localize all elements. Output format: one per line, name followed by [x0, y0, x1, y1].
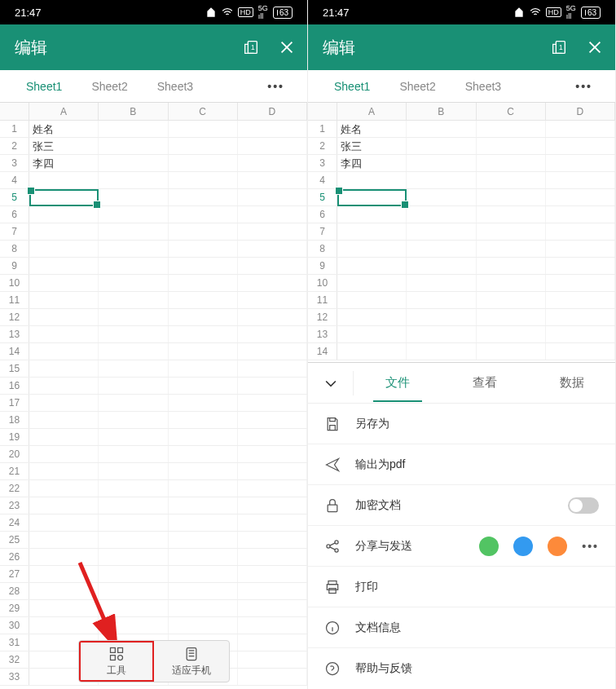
row-header[interactable]: 30 [0, 617, 29, 634]
cell[interactable] [169, 326, 238, 342]
cell[interactable] [337, 258, 407, 274]
cell[interactable] [99, 155, 168, 171]
cell[interactable] [337, 206, 407, 223]
col-c[interactable]: C [169, 103, 238, 120]
row-header[interactable]: 12 [0, 309, 29, 325]
row-header[interactable]: 26 [0, 549, 29, 565]
row[interactable]: 2张三 [0, 138, 307, 155]
tab-sheet2-r[interactable]: Sheet2 [385, 70, 450, 103]
row[interactable]: 4 [308, 172, 615, 189]
row[interactable]: 5 [308, 189, 615, 206]
cell[interactable] [238, 497, 307, 514]
tab-more[interactable]: ••• [253, 70, 299, 103]
cell[interactable] [99, 395, 168, 411]
cell[interactable] [169, 429, 238, 445]
cell[interactable] [407, 206, 476, 223]
cell[interactable] [29, 446, 99, 462]
row-header[interactable]: 5 [0, 189, 29, 205]
cell[interactable] [337, 326, 407, 342]
row[interactable]: 13 [308, 326, 615, 343]
encrypt-toggle[interactable] [568, 497, 599, 514]
cell[interactable] [29, 412, 99, 428]
cell[interactable] [99, 600, 168, 616]
row-header[interactable]: 8 [308, 241, 337, 257]
row[interactable]: 2张三 [308, 138, 615, 155]
cell[interactable] [169, 446, 238, 462]
row[interactable]: 25 [0, 532, 307, 549]
cell[interactable] [29, 223, 99, 240]
row[interactable]: 29 [0, 600, 307, 617]
cell[interactable] [238, 206, 307, 223]
cell[interactable]: 姓名 [29, 121, 99, 137]
cell[interactable] [99, 429, 168, 445]
cell[interactable] [169, 189, 238, 205]
cell[interactable] [29, 429, 99, 445]
cell[interactable] [99, 275, 168, 291]
cell[interactable] [169, 583, 238, 599]
cell[interactable] [546, 343, 615, 360]
cell[interactable] [238, 189, 307, 205]
cell[interactable] [29, 326, 99, 342]
cell[interactable] [238, 566, 307, 582]
row[interactable]: 17 [0, 395, 307, 412]
row-header[interactable]: 11 [308, 292, 337, 308]
cell[interactable] [238, 412, 307, 428]
row[interactable]: 10 [0, 275, 307, 292]
cell[interactable] [29, 206, 99, 223]
cell[interactable] [29, 515, 99, 531]
row[interactable]: 1姓名 [0, 121, 307, 138]
row-header[interactable]: 27 [0, 566, 29, 582]
cell[interactable] [238, 463, 307, 479]
cell[interactable] [169, 138, 238, 154]
row-header[interactable]: 25 [0, 532, 29, 548]
cell[interactable] [99, 206, 168, 223]
cell[interactable] [238, 429, 307, 445]
cell[interactable] [99, 121, 168, 137]
cell[interactable] [169, 275, 238, 291]
cell[interactable] [99, 549, 168, 565]
cell[interactable] [407, 155, 476, 171]
row[interactable]: 1姓名 [308, 121, 615, 138]
cell[interactable] [238, 121, 307, 137]
cell[interactable] [169, 343, 238, 360]
row-header[interactable]: 20 [0, 446, 29, 462]
row-header[interactable]: 10 [308, 275, 337, 291]
cell[interactable] [546, 121, 615, 137]
col-a[interactable]: A [29, 103, 99, 120]
cell[interactable] [29, 275, 99, 291]
row[interactable]: 6 [0, 206, 307, 223]
cell[interactable] [169, 463, 238, 479]
cell[interactable] [99, 138, 168, 154]
menu-docinfo[interactable]: 文档信息 [308, 607, 615, 648]
cell[interactable] [29, 189, 99, 205]
cell[interactable] [238, 275, 307, 291]
cell[interactable] [99, 223, 168, 240]
cell[interactable] [546, 172, 615, 188]
cell[interactable] [169, 378, 238, 394]
row-header[interactable]: 11 [0, 292, 29, 308]
tab-sheet2[interactable]: Sheet2 [77, 70, 142, 103]
row[interactable]: 15 [0, 360, 307, 378]
cell[interactable] [407, 121, 476, 137]
cell[interactable] [29, 600, 99, 616]
cell[interactable] [169, 549, 238, 565]
cell[interactable] [29, 258, 99, 274]
col-d-r[interactable]: D [546, 103, 615, 120]
row-header[interactable]: 1 [308, 121, 337, 137]
cell[interactable] [169, 566, 238, 582]
cell[interactable] [477, 189, 546, 205]
row-header[interactable]: 9 [0, 258, 29, 274]
row-header[interactable]: 3 [0, 155, 29, 171]
cell[interactable] [99, 497, 168, 514]
row[interactable]: 18 [0, 412, 307, 429]
cell[interactable] [29, 463, 99, 479]
row-header[interactable]: 29 [0, 600, 29, 616]
cell[interactable] [337, 343, 407, 360]
cell[interactable] [477, 121, 546, 137]
cell[interactable] [29, 480, 99, 497]
cell[interactable] [169, 241, 238, 257]
cell[interactable] [407, 189, 476, 205]
cell[interactable] [337, 309, 407, 325]
cell[interactable] [29, 583, 99, 599]
cell[interactable] [99, 583, 168, 599]
